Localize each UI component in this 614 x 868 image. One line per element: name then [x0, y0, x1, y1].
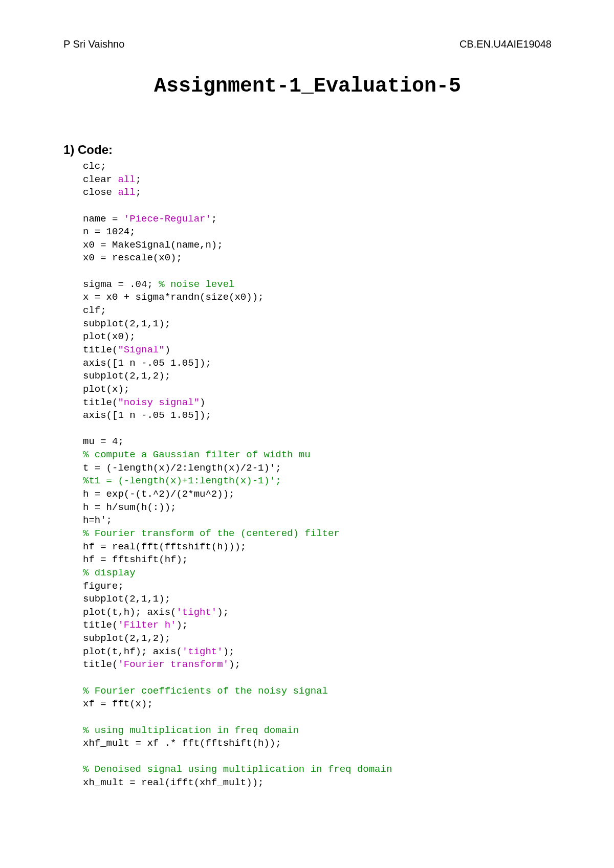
code-line: % Fourier transform of the (centered) fi… — [83, 528, 340, 539]
code-line: x = x0 + sigma*randn(size(x0)); — [83, 292, 264, 303]
code-line: % Denoised signal using multiplication i… — [83, 764, 392, 775]
code-line: clc; — [83, 161, 106, 172]
code-line: subplot(2,1,1); — [83, 318, 170, 329]
header-left: P Sri Vaishno — [63, 38, 124, 50]
code-line: xh_mult = real(ifft(xhf_mult)); — [83, 777, 264, 788]
page-header: P Sri Vaishno CB.EN.U4AIE19048 — [63, 38, 552, 50]
code-line: axis([1 n -.05 1.05]); — [83, 358, 211, 369]
code-line: plot(x); — [83, 384, 129, 395]
code-line: title('Filter h'); — [83, 619, 188, 631]
code-line: %t1 = (-length(x)+1:length(x)-1)'; — [83, 475, 281, 486]
code-line: % display — [83, 567, 136, 578]
section-heading: 1) Code: — [63, 143, 552, 157]
code-line: h = h/sum(h(:)); — [83, 502, 176, 513]
code-line: subplot(2,1,2); — [83, 370, 170, 382]
code-line: hf = fftshift(hf); — [83, 554, 188, 565]
code-line: % using multiplication in freq domain — [83, 725, 299, 736]
code-line: name = 'Piece-Regular'; — [83, 213, 217, 225]
code-line: xf = fft(x); — [83, 698, 153, 709]
code-block: clc; clear all; close all; name = 'Piece… — [83, 160, 552, 790]
code-line: % compute a Gaussian filter of width mu — [83, 449, 311, 460]
code-line: h = exp(-(t.^2)/(2*mu^2)); — [83, 488, 234, 500]
code-line: hf = real(fft(fftshift(h))); — [83, 541, 246, 552]
code-line: plot(t,h); axis('tight'); — [83, 607, 229, 618]
code-line: close all; — [83, 187, 141, 198]
code-line: h=h'; — [83, 515, 112, 526]
code-line: xhf_mult = xf .* fft(fftshift(h)); — [83, 738, 281, 749]
code-line: x0 = MakeSignal(name,n); — [83, 239, 223, 251]
code-line: subplot(2,1,1); — [83, 593, 170, 605]
code-line: plot(t,hf); axis('tight'); — [83, 646, 234, 657]
code-line: % Fourier coefficients of the noisy sign… — [83, 685, 328, 697]
code-line: plot(x0); — [83, 331, 136, 342]
code-line: clear all; — [83, 174, 141, 185]
header-right: CB.EN.U4AIE19048 — [459, 38, 552, 50]
code-line: title("Signal") — [83, 344, 170, 355]
code-line: title('Fourier transform'); — [83, 659, 240, 670]
code-line: x0 = rescale(x0); — [83, 252, 182, 263]
code-line: sigma = .04; % noise level — [83, 279, 234, 290]
code-line: axis([1 n -.05 1.05]); — [83, 410, 211, 421]
code-line: n = 1024; — [83, 226, 136, 237]
code-line: title("noisy signal") — [83, 397, 205, 408]
code-line: t = (-length(x)/2:length(x)/2-1)'; — [83, 462, 281, 474]
code-line: subplot(2,1,2); — [83, 633, 170, 644]
document-title: Assignment-1_Evaluation-5 — [63, 75, 552, 98]
code-line: clf; — [83, 305, 106, 316]
code-line: mu = 4; — [83, 436, 124, 447]
code-line: figure; — [83, 581, 124, 592]
